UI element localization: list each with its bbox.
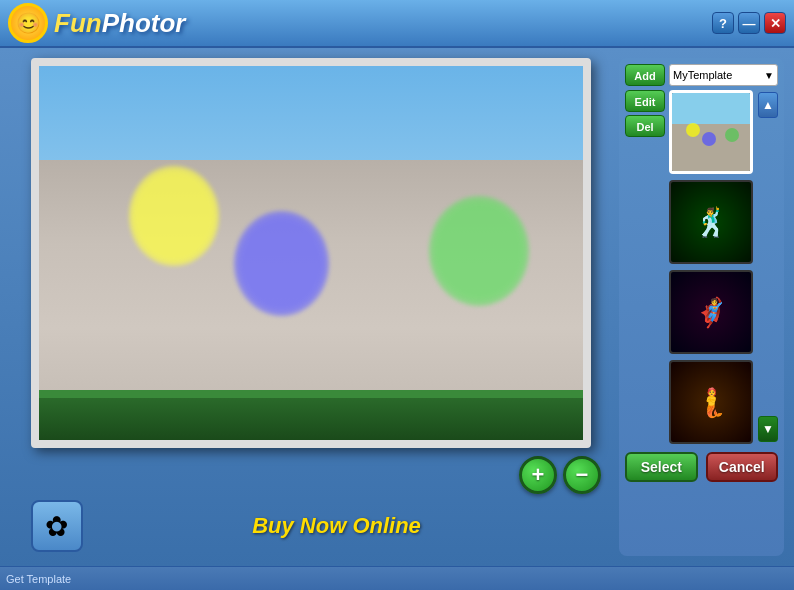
app-logo: 😊 FunPhotor	[8, 3, 185, 43]
scroll-down-button[interactable]: ▼	[758, 416, 778, 442]
edit-button[interactable]: Edit	[625, 90, 665, 112]
add-button[interactable]: Add	[625, 64, 665, 86]
photo-panel: + − ✿ Buy Now Online	[10, 58, 611, 556]
close-button[interactable]: ✕	[764, 12, 786, 34]
trees	[39, 390, 583, 440]
thumb-face-yellow	[686, 123, 700, 137]
scroll-buttons: ▲ ▼	[758, 90, 778, 444]
photo-inner	[39, 66, 583, 440]
photo-frame	[31, 58, 591, 448]
main-area: + − ✿ Buy Now Online Add MyTemplate ▼ Ed…	[0, 48, 794, 566]
face-overlay-blue	[234, 211, 329, 316]
thumb-rushmore-bg	[672, 93, 750, 171]
thumb-dark3-bg: 🧜	[671, 362, 751, 442]
zoom-out-button[interactable]: −	[563, 456, 601, 494]
template-thumb-1[interactable]	[669, 90, 753, 174]
template-actions: Edit Del	[625, 90, 665, 444]
window-controls: ? — ✕	[712, 12, 786, 34]
title-photor: Photor	[102, 8, 186, 38]
thumb-dark1-bg: 🕺	[671, 182, 751, 262]
chevron-down-icon: ▼	[764, 70, 774, 81]
title-fun: Fun	[54, 8, 102, 38]
sun-icon: 😊	[8, 3, 48, 43]
select-button[interactable]: Select	[625, 452, 698, 482]
face-overlay-green	[429, 196, 529, 306]
title-bar: 😊 FunPhotor ? — ✕	[0, 0, 794, 48]
action-row: Edit Del 🕺	[625, 90, 778, 444]
template-top: Add MyTemplate ▼	[625, 64, 778, 86]
buy-now-label[interactable]: Buy Now Online	[83, 513, 591, 539]
template-thumbnails: 🕺 🦸 🧜	[669, 90, 754, 444]
template-thumb-2[interactable]: 🕺	[669, 180, 753, 264]
minimize-button[interactable]: —	[738, 12, 760, 34]
cancel-button[interactable]: Cancel	[706, 452, 779, 482]
bottom-row: ✿ Buy Now Online	[31, 500, 591, 552]
flower-icon: ✿	[45, 510, 68, 543]
bottom-buttons: Select Cancel	[625, 452, 778, 482]
thumb-face-blue	[702, 132, 716, 146]
thumb-face-green	[725, 128, 739, 142]
app-title: FunPhotor	[54, 8, 185, 39]
del-button[interactable]: Del	[625, 115, 665, 137]
scroll-up-button[interactable]: ▲	[758, 92, 778, 118]
help-button[interactable]: ?	[712, 12, 734, 34]
zoom-controls: + −	[519, 456, 601, 494]
template-thumb-3[interactable]: 🦸	[669, 270, 753, 354]
status-bar: Get Template	[0, 566, 794, 590]
template-thumb-4[interactable]: 🧜	[669, 360, 753, 444]
zoom-in-button[interactable]: +	[519, 456, 557, 494]
template-list-area: 🕺 🦸 🧜 ▲	[669, 90, 778, 444]
template-dropdown[interactable]: MyTemplate ▼	[669, 64, 778, 86]
thumb-dark2-bg: 🦸	[671, 272, 751, 352]
template-panel: Add MyTemplate ▼ Edit Del	[619, 58, 784, 556]
face-overlay-yellow	[129, 166, 219, 266]
status-text: Get Template	[6, 573, 71, 585]
template-name: MyTemplate	[673, 69, 732, 81]
flower-button[interactable]: ✿	[31, 500, 83, 552]
